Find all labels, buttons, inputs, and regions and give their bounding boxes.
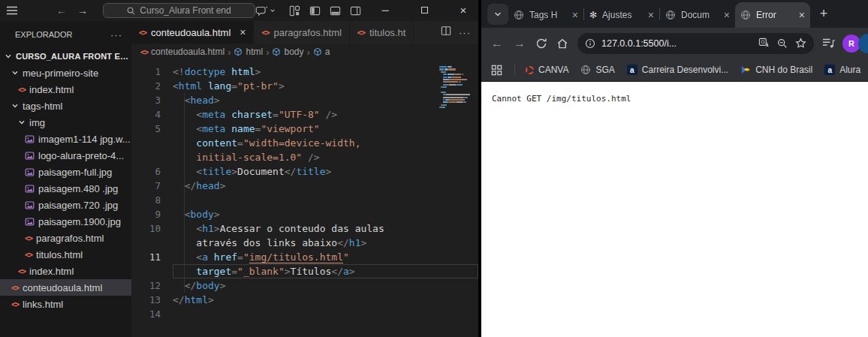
close-tab-icon[interactable]: ×	[240, 26, 246, 38]
reload-icon[interactable]	[531, 38, 552, 50]
search-icon	[127, 7, 135, 15]
browser-tab-label: Error	[756, 10, 794, 20]
breadcrumb-label: body	[284, 47, 303, 57]
close-tab-icon[interactable]: ×	[648, 10, 654, 20]
browser-forward-icon[interactable]: →	[508, 37, 531, 50]
media-controls-icon[interactable]	[818, 38, 839, 49]
editor-group: <>conteudoaula.html×<>paragrafos.html<>t…	[131, 21, 478, 337]
command-center-search[interactable]: Curso_Alura Front end	[103, 3, 255, 18]
forward-arrow-icon[interactable]: →	[77, 5, 88, 17]
tree-item[interactable]: paisagem.720 .jpg	[0, 197, 131, 213]
translate-icon[interactable]: G	[758, 38, 770, 49]
code-line	[173, 193, 478, 207]
bookmark-item[interactable]: CANVA	[526, 65, 568, 75]
minimap[interactable]	[439, 66, 474, 112]
toggle-panel-icon[interactable]	[330, 5, 341, 17]
tree-item[interactable]: meu-primeiro-site	[0, 65, 131, 81]
browser-tab[interactable]: Docum×	[660, 2, 735, 28]
site-info-icon[interactable]	[585, 38, 595, 49]
toggle-secondary-sidebar-icon[interactable]	[350, 5, 361, 17]
code-line: <!doctype html>	[173, 65, 478, 79]
back-arrow-icon[interactable]: ←	[56, 5, 67, 17]
html-file-icon: <>	[11, 300, 19, 308]
tree-item[interactable]: logo-alura-preto-4...	[0, 147, 131, 164]
tree-item[interactable]: paisagem.1900.jpg	[0, 213, 131, 230]
bookmark-label: CANVA	[538, 65, 568, 75]
code-line: initial-scale=1.0" />	[173, 150, 478, 164]
address-bar[interactable]: 127.0.0.1:5500/i... G	[577, 33, 814, 54]
govbr-icon	[740, 65, 751, 74]
line-number: 12	[131, 278, 161, 293]
minimap-line	[439, 92, 474, 93]
explorer-more-actions-icon[interactable]: ···	[110, 29, 122, 41]
close-window-button[interactable]: ×	[448, 0, 478, 21]
tree-item-label: CURSO_ALURA FRONT END	[16, 52, 131, 61]
bookmark-item[interactable]: SGA	[580, 65, 614, 75]
minimap-line	[439, 84, 474, 86]
tree-item[interactable]: <>titulos.html	[0, 246, 131, 263]
indent-guide	[184, 93, 185, 293]
explorer-title: EXPLORADOR	[15, 30, 72, 39]
tree-item[interactable]: paisagem-full.jpg	[0, 164, 131, 180]
editor-tab[interactable]: <>conteudoaula.html×	[131, 21, 254, 44]
breadcrumb-item[interactable]: body	[272, 47, 303, 57]
browser-back-icon[interactable]: ←	[486, 37, 508, 50]
tree-item[interactable]: tags-html	[0, 98, 131, 114]
new-tab-button[interactable]: +	[813, 4, 834, 25]
minimap-line	[439, 97, 474, 98]
editor-tab[interactable]: <>paragrafos.html	[254, 21, 349, 44]
error-message: Cannot GET /img/titulos.html	[492, 94, 631, 104]
html-file-icon: <>	[261, 29, 269, 37]
chevron-down-icon	[5, 53, 12, 60]
minimap-line	[439, 101, 474, 103]
tree-item[interactable]: <>conteudoaula.html	[0, 279, 131, 296]
customize-layout-icon[interactable]	[289, 5, 300, 17]
browser-page: Cannot GET /img/titulos.html	[481, 82, 868, 337]
editor-tab[interactable]: <>titulos.ht	[350, 21, 414, 44]
close-tab-icon[interactable]: ×	[724, 10, 730, 20]
tree-item[interactable]: <>index.html	[0, 263, 131, 279]
minimap-line	[439, 86, 474, 88]
breadcrumb-item[interactable]: <>conteudoaula.html	[140, 47, 225, 57]
close-tab-icon[interactable]: ×	[572, 10, 578, 20]
tree-item[interactable]: <>paragrafos.html	[0, 230, 131, 246]
zoom-icon[interactable]	[777, 38, 788, 49]
secondary-avatar[interactable]	[858, 34, 868, 53]
copilot-chat-icon[interactable]	[255, 5, 276, 17]
bookmark-item[interactable]: CNH do Brasil	[740, 65, 812, 75]
tab-search-icon[interactable]	[487, 4, 508, 25]
bookmark-item[interactable]: aCarreira Desenvolvi...	[627, 65, 728, 75]
editor-more-actions-icon[interactable]: ···	[459, 27, 471, 38]
maximize-button[interactable]	[409, 0, 439, 21]
tree-item[interactable]: <>index.html	[0, 81, 131, 98]
symbol-icon	[234, 47, 243, 56]
breadcrumb-item[interactable]: a	[313, 47, 330, 57]
tree-item[interactable]: CURSO_ALURA FRONT END	[0, 48, 131, 65]
tree-item[interactable]: imagem1-114 jpg.w...	[0, 131, 131, 147]
chevron-down-icon	[18, 119, 26, 126]
minimap-line	[439, 94, 474, 95]
tree-item-label: meu-primeiro-site	[23, 68, 98, 79]
toggle-primary-sidebar-icon[interactable]	[309, 5, 321, 17]
bookmark-item[interactable]: aAlura	[824, 65, 860, 75]
browser-tab[interactable]: ✻Ajustes×	[584, 2, 659, 28]
alura-icon: a	[824, 65, 835, 75]
bookmark-star-icon[interactable]	[795, 38, 806, 49]
browser-tab[interactable]: Error×	[735, 2, 810, 28]
globe-favicon	[740, 10, 751, 20]
tab-label: conteudoaula.html	[151, 27, 231, 38]
line-number: 8	[131, 193, 161, 207]
split-editor-icon[interactable]	[441, 26, 451, 39]
browser-tab-strip: Tags H×✻Ajustes×Docum×Error× +	[481, 0, 868, 28]
home-icon[interactable]	[552, 38, 573, 50]
close-tab-icon[interactable]: ×	[799, 10, 805, 20]
apps-grid-icon[interactable]	[489, 65, 504, 76]
breadcrumb-item[interactable]: html	[234, 47, 263, 57]
browser-tab[interactable]: Tags H×	[508, 2, 583, 28]
code-content[interactable]: <!doctype html><html lang="pt-br"> <head…	[173, 65, 478, 337]
minimize-button[interactable]: ─	[370, 0, 400, 21]
tree-item[interactable]: paisagem.480 .jpg	[0, 180, 131, 197]
tree-item[interactable]: img	[0, 114, 131, 131]
menu-icon[interactable]	[7, 6, 17, 15]
tree-item[interactable]: <>links.html	[0, 296, 131, 312]
